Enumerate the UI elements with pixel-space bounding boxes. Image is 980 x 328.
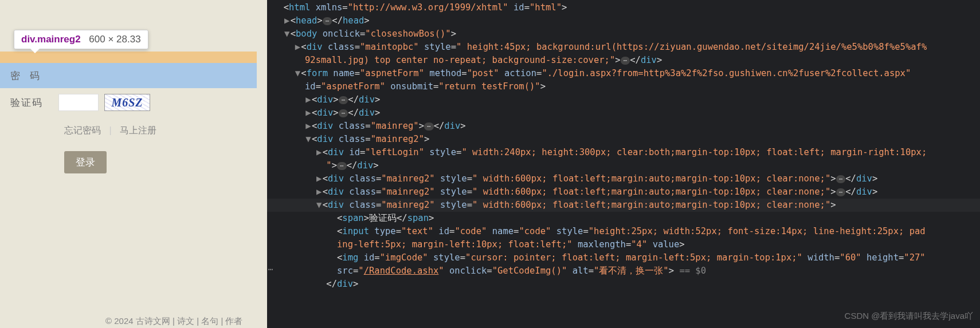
captcha-input[interactable] [58, 94, 99, 111]
code-line[interactable]: ">⋯</div> [267, 159, 980, 172]
expand-arrow-icon[interactable]: ▶ [284, 14, 291, 27]
code-line[interactable]: ▼<form name="aspnetForm" method="post" a… [267, 67, 980, 80]
ellipsis-icon[interactable]: ⋯ [337, 162, 347, 170]
ellipsis-icon[interactable]: ⋯ [424, 122, 434, 131]
code-line[interactable]: ▼<div class="mainreg2"> [267, 133, 980, 146]
inspector-tooltip: div.mainreg2 600 × 28.33 [14, 30, 148, 49]
register-link[interactable]: 马上注册 [120, 125, 156, 135]
collapse-arrow-icon[interactable]: ▼ [305, 133, 312, 146]
expand-arrow-icon[interactable]: ▶ [316, 172, 323, 185]
collapse-arrow-icon[interactable]: ▼ [294, 67, 301, 80]
forgot-password-link[interactable]: 忘记密码 [64, 125, 101, 135]
captcha-label: 验证码 [10, 96, 58, 109]
ellipsis-icon[interactable]: ⋯ [323, 17, 332, 25]
expand-arrow-icon[interactable]: ▶ [316, 146, 323, 159]
code-line[interactable]: ▶<div class="maintopbc" style=" height:4… [267, 41, 980, 54]
links-row: 忘记密码 | 马上注册 [64, 125, 156, 137]
orange-divider [0, 52, 257, 63]
captcha-image[interactable]: M6SZ [104, 94, 150, 111]
ellipsis-icon[interactable]: ⋯ [339, 109, 348, 117]
expand-arrow-icon[interactable]: ▶ [305, 120, 312, 133]
collapse-arrow-icon[interactable]: ▼ [284, 27, 291, 41]
ellipsis-icon[interactable]: ⋯ [621, 57, 630, 65]
captcha-row: 验证码 M6SZ [10, 94, 150, 111]
tooltip-tag: div [21, 34, 34, 45]
footer-text: © 2024 古诗文网 | 诗文 | 名句 | 作者 [105, 316, 242, 327]
ellipsis-icon[interactable]: ⋯ [836, 188, 846, 196]
code-line[interactable]: <img id="imgCode" style="cursor: pointer… [267, 251, 980, 264]
code-line[interactable]: ▶<div class="mainreg2" style=" width:600… [267, 172, 980, 185]
watermark-text: CSDN @看到我请叫我去学java吖 [845, 309, 973, 322]
expand-arrow-icon[interactable]: ▶ [294, 41, 301, 54]
code-line[interactable]: ▶<div id="leftLogin" style=" width:240px… [267, 146, 980, 159]
tooltip-class: .mainreg2 [34, 34, 80, 45]
form-preview-pane: div.mainreg2 600 × 28.33 密 码 验证码 M6SZ 忘记… [0, 0, 267, 328]
code-line[interactable]: ▶<div class="mainreg2" style=" width:600… [267, 185, 980, 199]
login-button[interactable]: 登录 [64, 151, 107, 173]
code-line[interactable]: </div> [267, 278, 980, 291]
collapse-arrow-icon[interactable]: ▼ [316, 199, 323, 212]
devtools-elements-panel[interactable]: <html xmlns="http://www.w3.org/1999/xhtm… [267, 0, 980, 328]
code-line[interactable]: <html xmlns="http://www.w3.org/1999/xhtm… [267, 1, 980, 14]
gutter-dots-icon[interactable]: ⋯ [267, 263, 273, 276]
ellipsis-icon[interactable]: ⋯ [836, 175, 846, 183]
code-line[interactable]: src="/RandCode.ashx" onclick="GetCodeImg… [267, 264, 980, 278]
ellipsis-icon[interactable]: ⋯ [339, 96, 348, 104]
code-line[interactable]: ing-left:5px; margin-left:10px; float:le… [267, 238, 980, 251]
code-line[interactable]: <input type="text" id="code" name="code"… [267, 225, 980, 238]
code-line[interactable]: ▼<body onclick="closeshowBos()"> [267, 27, 980, 41]
code-line[interactable]: ▶<div>⋯</div> [267, 106, 980, 120]
code-line[interactable]: id="aspnetForm" onsubmit="return testFro… [267, 80, 980, 93]
expand-arrow-icon[interactable]: ▶ [305, 106, 312, 120]
code-line[interactable]: <span>验证码</span> [267, 212, 980, 225]
code-line[interactable]: ▶<div>⋯</div> [267, 93, 980, 106]
code-line[interactable]: ▶<head>⋯</head> [267, 14, 980, 27]
password-row-highlight[interactable]: 密 码 [0, 63, 257, 88]
separator: | [109, 125, 111, 135]
code-line[interactable]: ▶<div class="mainreg">⋯</div> [267, 120, 980, 133]
code-line-selected[interactable]: ▼<div class="mainreg2" style=" width:600… [267, 199, 980, 212]
selected-node-marker: == $0 [674, 266, 706, 276]
expand-arrow-icon[interactable]: ▶ [305, 93, 312, 106]
password-label: 密 码 [10, 69, 43, 82]
expand-arrow-icon[interactable]: ▶ [316, 185, 323, 199]
code-line[interactable]: 92small.jpg) top center no-repeat; backg… [267, 54, 980, 67]
tooltip-dimensions: 600 × 28.33 [89, 34, 140, 45]
